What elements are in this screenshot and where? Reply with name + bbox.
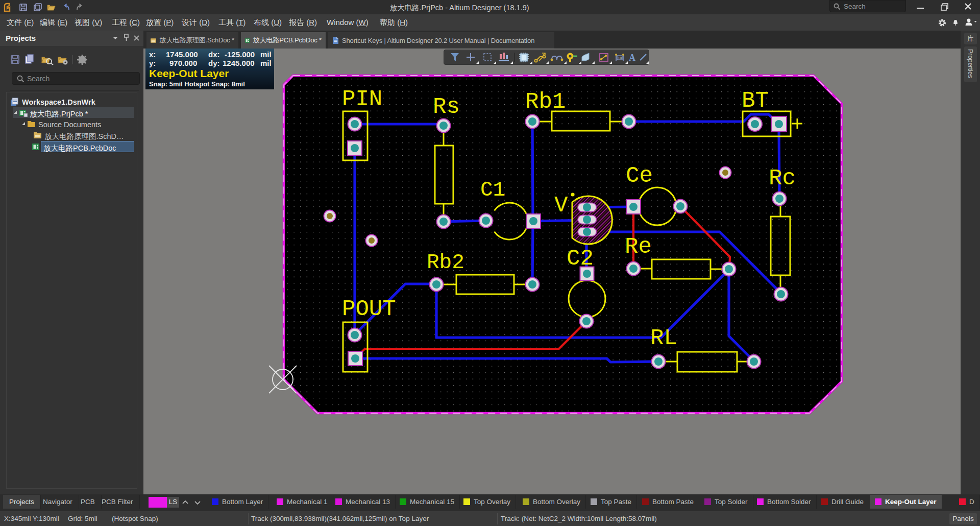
svg-text:Rc: Rc [769,165,796,191]
svg-text:PIN: PIN [342,86,382,112]
svg-text:A: A [629,53,635,63]
svg-text:POUT: POUT [342,296,396,322]
svg-text:BT: BT [742,88,769,113]
svg-text:10: 10 [618,56,622,60]
svg-text:Rb2: Rb2 [427,251,464,274]
svg-text:C1: C1 [480,178,505,202]
svg-text:Ce: Ce [626,163,653,188]
svg-text:RL: RL [650,325,677,351]
svg-text:V: V [554,193,568,218]
svg-text:Rs: Rs [433,94,460,119]
svg-text:Re: Re [625,234,652,259]
svg-text:Rb1: Rb1 [525,89,566,114]
